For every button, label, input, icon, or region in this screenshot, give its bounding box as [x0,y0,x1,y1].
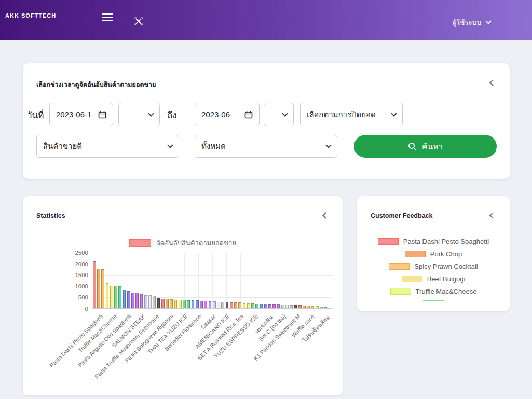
bar [260,304,263,308]
bar [303,306,306,308]
app-header: AKK SOFTTECH ผู้ใช้ระบบ [0,0,532,40]
to-label: ถึง [167,108,177,122]
fullscreen-expand-icon[interactable] [134,17,143,26]
date-from-value: 2023-06-1 [56,110,91,119]
bar [255,304,258,308]
bar [157,298,160,308]
bar [97,269,100,308]
time-to-select[interactable] [264,103,294,126]
legend-item-label: Beef Bulgogi [427,275,466,283]
search-icon [408,142,417,151]
scope-value: ทั้งหมด [201,140,226,153]
feedback-legend-item[interactable]: Spicy Prawn Cocktail [389,263,478,270]
gridline [325,253,325,309]
bar [161,299,165,308]
closing-type-select[interactable]: เลือกตามการปิดยอด [300,103,403,126]
closing-type-value: เลือกตามการปิดยอด [307,108,376,121]
chart-legend[interactable]: จัดอันอับสินค้าตามยอดขาย [23,238,343,249]
bar [174,300,178,308]
bar [114,286,117,308]
product-type-value: สินค้าขายดี [43,140,82,153]
bar [277,304,280,308]
bar [170,299,173,308]
gridline [226,253,227,309]
feedback-legend-item[interactable]: Truffle Mac&Cheese [390,287,477,295]
search-button-label: ค้นหา [422,140,443,153]
feedback-card-title: Customer Feedback [371,212,432,219]
legend-item-label: Truffle Mac&Cheese [416,287,477,295]
date-from-input[interactable]: 2023-06-1 [49,103,113,126]
legend-item-label: Pork Chop [430,250,462,258]
legend-swatch [402,276,422,282]
feedback-legend-item[interactable]: Pork Chop [405,250,462,258]
date-to-value: 2023-06- [201,110,233,119]
bar [226,302,229,308]
x-category-label: ไม่รับช้อนส้อม [300,313,332,345]
gridline [269,253,269,309]
bar [268,304,271,308]
customer-feedback-card: Customer Feedback Pasta Dashi Pesto Spag… [357,196,510,311]
bar [209,301,212,308]
bar [294,305,297,308]
y-tick-label: 1500 [75,272,88,278]
bar [230,302,233,308]
bar [196,300,199,308]
bar [131,293,134,308]
feedback-legend-item[interactable]: Beef Bulgogi [402,275,466,283]
bar [238,302,241,308]
bar [106,283,109,308]
bar [93,261,96,308]
chevron-down-icon [391,111,397,116]
chevron-down-icon [325,142,331,148]
date-label: วันที่ [27,108,44,122]
bar [324,307,327,308]
bar [148,295,152,308]
collapse-chevron-icon[interactable] [489,79,496,86]
bar [166,299,169,308]
date-to-input[interactable]: 2023-06- [195,103,260,126]
chevron-down-icon [485,18,491,24]
gridline [212,253,213,309]
bar [264,304,267,308]
feedback-legend-list: Pasta Dashi Pesto SpaghettiPork ChopSpic… [357,238,510,301]
bar [320,307,323,308]
bar [200,301,203,308]
filter-card-title: เลือกช่วงเวลาดูจัดอันอับสินค้าตามยอดขาย [36,79,156,90]
brand-logo: AKK SOFTTECH [5,12,56,19]
filter-card: เลือกช่วงเวลาดูจัดอันอับสินค้าตามยอดขาย … [23,63,510,179]
bar [101,269,104,308]
bar [135,293,139,308]
feedback-legend-item[interactable]: Pasta Dashi Pesto Spaghetti [378,238,489,245]
y-axis-labels: 05001000150020002500 [23,253,88,309]
bar [179,300,182,308]
user-dropdown[interactable]: ผู้ใช้ระบบ [453,17,490,28]
bar [110,286,113,308]
collapse-chevron-icon[interactable] [322,212,329,219]
collapse-chevron-icon[interactable] [489,212,496,219]
bar [204,301,207,308]
gridline [311,253,311,309]
y-tick-label: 2500 [75,250,88,256]
bar [183,300,186,308]
legend-swatch [378,238,399,245]
partial-legend-swatch [423,300,444,301]
gridline [240,253,241,309]
product-type-select[interactable]: สินค้าขายดี [36,135,179,158]
search-button[interactable]: ค้นหา [354,135,497,158]
gridline [156,253,156,309]
filter-row-1: วันที่ 2023-06-1 ถึง 2023-06- [23,103,510,126]
calendar-icon [244,111,253,119]
y-tick-label: 2000 [75,261,88,267]
y-tick-label: 500 [78,294,88,300]
user-dropdown-label: ผู้ใช้ระบบ [453,17,481,28]
bar [316,306,319,308]
x-category-label: Pasta Dashi Pesto Spaghetti [48,313,104,369]
time-from-select[interactable] [118,103,160,126]
scope-select[interactable]: ทั้งหมด [195,135,337,158]
chevron-down-icon [167,142,173,148]
hamburger-menu-icon[interactable] [102,13,113,21]
chevron-down-icon [282,111,288,116]
legend-swatch [389,263,410,270]
bar [118,286,121,308]
bar [144,295,147,308]
